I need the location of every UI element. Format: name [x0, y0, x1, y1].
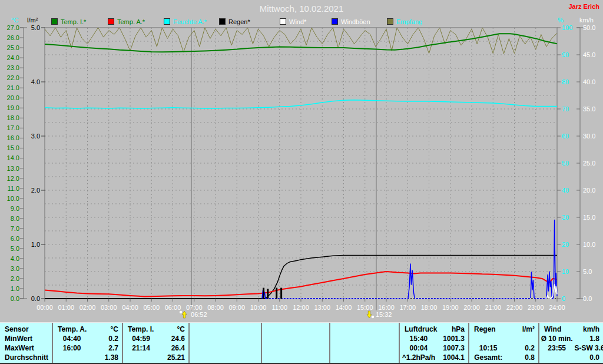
- legend-item-wind: Wind*: [280, 18, 306, 25]
- table-row: 25.21: [123, 353, 188, 362]
- tick-label: 10.0: [7, 195, 19, 202]
- tick-label: 09:00: [228, 304, 245, 311]
- tick-label: 15.0: [7, 144, 19, 151]
- table-row: MinWert: [0, 334, 52, 343]
- table-cell: [368, 334, 399, 343]
- tick-label: 05:00: [143, 304, 160, 311]
- tick-label: 70: [562, 105, 569, 112]
- tick-label: 30: [562, 214, 569, 221]
- table-cell: Sensor: [0, 325, 52, 334]
- table-cell: [262, 353, 299, 362]
- table-cell: 10:15: [469, 343, 507, 353]
- tick-label: 0.0: [31, 295, 40, 302]
- tick-label: 25.0: [7, 44, 19, 51]
- table-row: Regenl/m²: [469, 325, 538, 334]
- table-row: ^1.2hPa/h1004.1: [400, 353, 468, 362]
- table-column-tempa: Temp. A.°C04:400.216:002.71.38: [52, 323, 122, 363]
- legend-swatch: [332, 18, 338, 25]
- table-cell: Ø 10 min.: [539, 334, 574, 343]
- legend-swatch: [51, 18, 58, 25]
- table-cell: Temp. A.: [53, 325, 91, 334]
- legend-label: Temp. A.*: [117, 18, 145, 25]
- table-cell: [190, 325, 229, 334]
- table-row: 21:1426.4: [123, 343, 188, 353]
- table-cell: [507, 334, 538, 343]
- table-row: 04:5924.6: [123, 334, 188, 343]
- table-cell: ^1.2hPa/h: [400, 353, 438, 362]
- table-cell: 23:55: [539, 343, 574, 353]
- tick-label: 13.0: [7, 165, 19, 172]
- table-column-wind: Windkm/hØ 10 min.1.823:55S-SW 3.60.0: [538, 323, 603, 363]
- tick-label: 23.0: [7, 64, 19, 71]
- tick-label: 0.0: [11, 295, 19, 302]
- table-cell: 1004.1: [438, 353, 468, 362]
- page-title: Mittwoch, 10.02.2021: [0, 4, 603, 14]
- table-cell: MaxWert: [0, 343, 52, 353]
- table-cell: 1.38: [91, 353, 122, 362]
- table-cell: [368, 343, 399, 353]
- table-cell: [190, 343, 229, 353]
- table-cell: 1.8: [574, 334, 603, 343]
- tick-label: 22:00: [506, 304, 523, 311]
- tick-label: 0: [562, 295, 565, 302]
- sunrise-time: 06:52: [191, 311, 207, 318]
- tick-label: 16.0: [7, 134, 19, 141]
- table-row: 16:002.7: [53, 343, 122, 353]
- legend-label: Windböen: [341, 18, 370, 25]
- stats-table: SensorMinWertMaxWertDurchschnittTemp. A.…: [0, 322, 603, 363]
- tick-label: 0.0: [583, 295, 592, 302]
- legend-item-empfang: Empfang: [387, 18, 422, 25]
- tick-label: 5.0: [31, 24, 40, 31]
- tick-label: 22.0: [7, 74, 19, 81]
- table-column-luftdruck: LuftdruckhPa15:401001.300:041007.3^1.2hP…: [399, 323, 468, 363]
- tick-label: 50.0: [583, 24, 595, 31]
- tick-label: 21.0: [7, 84, 19, 91]
- table-column-tempi: Temp. I.°C04:5924.621:1426.425.21: [122, 323, 188, 363]
- table-cell: [262, 325, 299, 334]
- table-cell: 0.0: [574, 353, 603, 362]
- table-cell: l/m²: [507, 325, 538, 334]
- tick-label: 2.0: [11, 275, 19, 282]
- table-cell: °C: [159, 325, 188, 334]
- tick-label: 19:00: [442, 304, 459, 311]
- table-row: 15:401001.3: [400, 334, 468, 343]
- table-cell: [539, 353, 574, 362]
- table-cell: Gesamt:: [469, 353, 507, 362]
- tick-label: 14.0: [7, 154, 19, 161]
- tick-label: 80: [562, 78, 569, 85]
- tick-label: 5.0: [583, 268, 592, 275]
- table-cell: 24.6: [159, 334, 188, 343]
- tick-label: 40.0: [583, 78, 595, 85]
- table-cell: 04:40: [53, 334, 91, 343]
- table-row: [190, 325, 261, 334]
- tick-label: 27.0: [7, 24, 19, 31]
- axis-label-temp: °C: [11, 16, 18, 24]
- table-cell: 0.2: [507, 343, 538, 353]
- table-cell: [368, 353, 399, 362]
- table-cell: 1007.3: [438, 343, 468, 353]
- table-cell: [330, 334, 368, 343]
- table-row: Gesamt:0.8: [469, 353, 538, 362]
- table-cell: 0.8: [507, 353, 538, 362]
- tick-label: 20.0: [7, 94, 19, 101]
- tick-label: 9.0: [11, 205, 19, 212]
- tick-label: 17.0: [7, 124, 19, 131]
- tick-label: 26.0: [7, 34, 19, 41]
- table-cell: 26.4: [159, 343, 188, 353]
- tick-label: 02:00: [79, 304, 96, 311]
- legend-swatch: [387, 18, 393, 25]
- tick-label: 4.0: [11, 255, 19, 262]
- tick-label: 13:00: [314, 304, 330, 311]
- tick-label: 10: [562, 268, 569, 275]
- axis-label-wind: km/h: [579, 16, 594, 24]
- table-cell: [53, 353, 91, 362]
- legend-label: Wind*: [289, 18, 306, 25]
- sunrise-arrow: [182, 311, 187, 318]
- sunset-icon: [367, 311, 374, 318]
- table-cell: [330, 343, 368, 353]
- legend-label: Empfang: [396, 18, 422, 25]
- table-column-empty: [261, 323, 329, 363]
- tick-label: 15:00: [357, 304, 373, 311]
- table-cell: 21:14: [123, 343, 159, 353]
- tick-label: 16:00: [378, 304, 395, 311]
